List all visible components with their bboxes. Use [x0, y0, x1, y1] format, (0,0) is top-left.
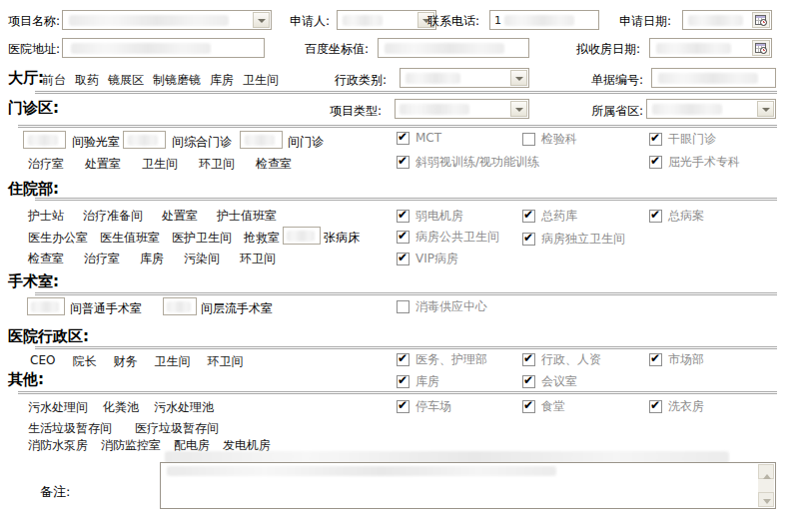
chevron-down-icon[interactable] — [510, 70, 527, 86]
redacted-text — [343, 15, 383, 26]
admin-category-label: 行政类别: — [335, 72, 387, 89]
phone-label: 联系电话: — [427, 13, 479, 30]
room-label: 环卫间 — [240, 251, 276, 267]
canteen-checkbox[interactable] — [522, 400, 535, 413]
project-name-label: 项目名称: — [8, 13, 60, 30]
other-rooms-row2: 生活垃圾暂存间 医疗垃圾暂存间 — [28, 420, 219, 437]
room-label: 护士值班室 — [217, 208, 277, 225]
parking-checkbox[interactable] — [397, 400, 409, 413]
room-label: 库房 — [140, 251, 164, 267]
meeting-room-checkbox[interactable] — [522, 375, 535, 388]
optometry-room-count-input[interactable] — [23, 131, 66, 149]
phone-input[interactable]: 1 — [489, 10, 599, 30]
lab-dept-checkbox[interactable] — [522, 133, 535, 146]
redacted-text — [245, 135, 275, 146]
separator — [18, 391, 777, 394]
separator — [35, 292, 777, 295]
admin-hr-checkbox[interactable] — [522, 353, 535, 366]
redacted-text — [652, 104, 722, 115]
redacted-text — [167, 466, 556, 476]
room-label: 污水处理池 — [154, 399, 214, 416]
room-label: 消防水泵房 — [28, 437, 88, 454]
checkbox-item-medical-nursing-dept: 医务、护理部 — [397, 351, 487, 368]
ward-public-toilet-checkbox[interactable] — [397, 231, 409, 244]
applicant-label: 申请人: — [290, 13, 330, 30]
chevron-down-icon[interactable] — [253, 12, 270, 28]
redacted-text — [406, 73, 460, 84]
checkbox-label: 行政、人资 — [541, 351, 601, 368]
calendar-icon[interactable] — [752, 40, 770, 56]
room-label: 治疗室 — [84, 251, 120, 267]
redacted-text — [128, 135, 158, 146]
outpatient-rooms: 治疗室 处置室 卫生间 环卫间 检查室 — [28, 156, 292, 173]
hospital-address-input[interactable] — [62, 38, 265, 58]
room-label: 卫生间 — [154, 353, 190, 370]
remarks-textarea[interactable] — [160, 462, 776, 509]
checkbox-label: 屈光手术专科 — [668, 154, 740, 171]
inpatient-rooms-row3: 检查室 治疗室 库房 污染间 环卫间 — [28, 251, 276, 267]
vision-training-checkbox[interactable] — [397, 156, 409, 169]
admin-category-select[interactable] — [400, 68, 529, 88]
room-label: 处置室 — [162, 208, 198, 225]
checkbox-label: MCT — [415, 131, 441, 145]
checkbox-item-medical-records: 总病案 — [649, 208, 704, 225]
mct-checkbox[interactable] — [397, 132, 409, 145]
remarks-scrollbar[interactable] — [758, 464, 774, 507]
storeroom-checkbox[interactable] — [397, 375, 409, 388]
scroll-down-icon[interactable] — [758, 492, 774, 507]
calendar-icon[interactable] — [752, 12, 770, 28]
dry-eye-checkbox[interactable] — [649, 133, 662, 146]
medical-nursing-dept-checkbox[interactable] — [397, 353, 409, 366]
general-or-count-input[interactable] — [27, 297, 65, 315]
chevron-down-icon[interactable] — [757, 101, 774, 117]
room-label: 前台 — [42, 72, 66, 89]
checkbox-item-dry-eye: 干眼门诊 — [649, 131, 716, 148]
room-label: 护士站 — [28, 208, 64, 225]
room-label: 医护卫生间 — [172, 230, 232, 247]
room-label: 处置室 — [85, 156, 121, 173]
project-name-select[interactable] — [62, 10, 272, 30]
apply-date-input[interactable] — [682, 10, 772, 30]
apply-date-label: 申请日期: — [619, 13, 671, 30]
weak-current-room-checkbox[interactable] — [397, 210, 409, 223]
checkbox-label: 弱电机房 — [415, 208, 463, 225]
laminar-or-count-input[interactable] — [163, 297, 197, 315]
chevron-down-icon[interactable] — [510, 101, 527, 117]
receive-date-input[interactable] — [649, 38, 772, 58]
province-select[interactable] — [646, 99, 776, 119]
project-type-select[interactable] — [395, 99, 529, 119]
checkbox-item-mct: MCT — [397, 131, 441, 145]
checkbox-label: 总病案 — [668, 208, 704, 225]
surgery-section-title: 手术室: — [8, 272, 59, 291]
room-label: 医疗垃圾暂存间 — [135, 420, 219, 437]
ward-private-toilet-checkbox[interactable] — [522, 233, 535, 246]
refractive-surgery-checkbox[interactable] — [649, 156, 662, 169]
laundry-checkbox[interactable] — [649, 400, 662, 413]
medical-records-checkbox[interactable] — [649, 210, 662, 223]
general-clinic-count-input[interactable] — [123, 131, 166, 149]
baidu-coord-input[interactable] — [378, 38, 529, 58]
room-label: 医生办公室 — [28, 230, 88, 247]
checkbox-label: 会议室 — [541, 373, 577, 390]
redacted-text — [287, 231, 315, 242]
room-label: 治疗准备间 — [83, 208, 143, 225]
doc-number-input[interactable] — [651, 68, 776, 88]
central-pharmacy-checkbox[interactable] — [522, 210, 535, 223]
checkbox-label: 库房 — [415, 373, 439, 390]
marketing-dept-checkbox[interactable] — [649, 353, 662, 366]
checkbox-item-canteen: 食堂 — [522, 398, 565, 415]
checkbox-item-admin-hr: 行政、人资 — [522, 351, 601, 368]
checkbox-label: 病房独立卫生间 — [541, 231, 625, 248]
clinic-count-input[interactable] — [240, 131, 283, 149]
bed-count-input[interactable] — [283, 227, 321, 245]
vip-ward-checkbox[interactable] — [397, 253, 409, 265]
checkbox-label: 病房公共卫生间 — [415, 229, 499, 246]
scroll-up-icon[interactable] — [758, 464, 774, 479]
disinfection-center-checkbox[interactable] — [397, 300, 409, 313]
checkbox-item-vip-ward: VIP病房 — [397, 251, 458, 267]
checkbox-label: 干眼门诊 — [668, 131, 716, 148]
applicant-select[interactable] — [337, 10, 436, 30]
checkbox-label: 消毒供应中心 — [415, 298, 487, 315]
checkbox-item-lab-dept: 检验科 — [522, 131, 577, 148]
admin-rooms: CEO 院长 财务 卫生间 环卫间 — [30, 353, 243, 370]
